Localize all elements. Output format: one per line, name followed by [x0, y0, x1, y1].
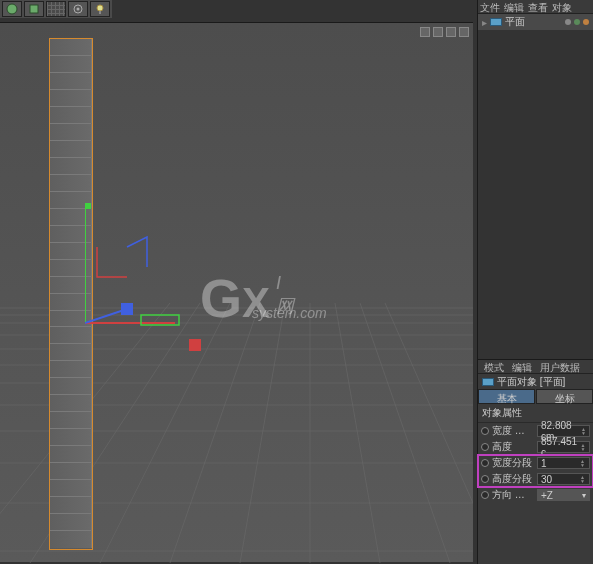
right-panel: 文件 编辑 查看 对象 ▸ 平面 模式 编辑 用户数据 平面对象 [平面] 基本…: [477, 0, 593, 564]
grid-tool[interactable]: [46, 1, 66, 17]
hierarchy-empty: [478, 30, 593, 360]
vis-dot-1[interactable]: [565, 19, 571, 25]
menu-obj[interactable]: 对象: [552, 1, 572, 12]
attr-row-hseg: 高度分段 30▲▼: [478, 471, 593, 487]
svg-point-0: [7, 4, 17, 14]
radio-icon[interactable]: [481, 491, 489, 499]
attr-menu-edit[interactable]: 编辑: [512, 361, 532, 372]
hierarchy-item-label: 平面: [505, 15, 525, 29]
radio-icon[interactable]: [481, 427, 489, 435]
plane-primitive[interactable]: [49, 38, 93, 550]
cube-tool[interactable]: [24, 1, 44, 17]
hierarchy-menu: 文件 编辑 查看 对象: [478, 0, 593, 14]
sphere-tool[interactable]: [2, 1, 22, 17]
chevron-down-icon: ▾: [582, 491, 586, 500]
svg-line-19: [100, 303, 230, 563]
plane-icon: [490, 18, 502, 26]
radio-icon[interactable]: [481, 443, 489, 451]
menu-view[interactable]: 查看: [528, 1, 548, 12]
svg-line-25: [385, 303, 473, 503]
radio-icon[interactable]: [481, 459, 489, 467]
menu-file[interactable]: 文件: [480, 1, 500, 12]
attr-field-dir[interactable]: +Z▾: [537, 489, 590, 501]
attr-field-height[interactable]: 857.451 c▲▼: [537, 441, 590, 453]
tab-coord[interactable]: 坐标: [536, 389, 593, 404]
viewport[interactable]: G X I 网 system.com: [0, 22, 473, 562]
radio-icon[interactable]: [481, 475, 489, 483]
attr-label-width: 宽度 …: [492, 424, 534, 438]
attr-row-wseg: 宽度分段 1▲▼: [478, 455, 593, 471]
svg-point-3: [77, 8, 80, 11]
light-tool[interactable]: [90, 1, 110, 17]
attr-row-dir: 方向 … +Z▾: [478, 487, 593, 503]
attr-field-wseg[interactable]: 1▲▼: [537, 457, 590, 469]
menu-edit[interactable]: 编辑: [504, 1, 524, 12]
attributes-title-row: 平面对象 [平面]: [478, 374, 593, 389]
attr-field-hseg[interactable]: 30▲▼: [537, 473, 590, 485]
attr-menu-user[interactable]: 用户数据: [540, 361, 580, 372]
attr-label-height: 高度: [492, 440, 534, 454]
gear-tool[interactable]: [68, 1, 88, 17]
attr-label-hseg: 高度分段: [492, 472, 534, 486]
svg-point-4: [97, 5, 103, 11]
attributes-title: 平面对象 [平面]: [497, 375, 565, 389]
svg-rect-1: [30, 5, 38, 13]
svg-rect-5: [99, 11, 101, 14]
tree-toggle-icon[interactable]: ▸: [482, 17, 487, 28]
vis-dot-3[interactable]: [583, 19, 589, 25]
attr-label-wseg: 宽度分段: [492, 456, 534, 470]
attr-row-height: 高度 857.451 c▲▼: [478, 439, 593, 455]
attr-label-dir: 方向 …: [492, 488, 534, 502]
vis-dot-2[interactable]: [574, 19, 580, 25]
hierarchy-item-plane[interactable]: ▸ 平面: [478, 14, 593, 30]
attr-menu-mode[interactable]: 模式: [484, 361, 504, 372]
attributes-menu: 模式 编辑 用户数据: [478, 360, 593, 374]
tab-basic[interactable]: 基本: [478, 389, 535, 404]
plane-icon: [482, 378, 494, 386]
